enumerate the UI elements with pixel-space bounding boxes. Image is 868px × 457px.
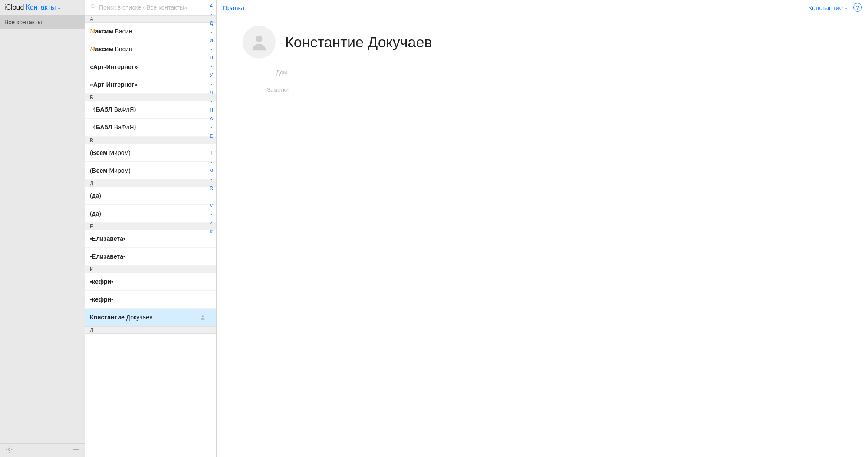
contact-list-pane: АМаксим ВасинМаксим Васин«Арт-Интернет»«…	[85, 0, 217, 457]
alpha-index-letter[interactable]: E	[210, 132, 213, 141]
contact-name-label: (Всем Миром)	[90, 167, 131, 174]
contact-row[interactable]: •кефри•	[85, 273, 216, 291]
svg-point-0	[8, 448, 10, 450]
field-notes: Заметки	[243, 84, 842, 95]
contact-row[interactable]: (да)	[85, 187, 216, 205]
alpha-index-letter[interactable]: Ч	[210, 89, 213, 97]
alpha-index-letter[interactable]: П	[210, 54, 213, 62]
alpha-index-letter[interactable]: •	[211, 28, 212, 36]
app-switcher-dropdown[interactable]: Контакты ⌄	[26, 3, 61, 11]
section-header: Л	[85, 326, 216, 334]
edit-button[interactable]: Правка	[223, 4, 245, 11]
contact-name-label: 《БАбЛ ВаФлЯ》	[90, 106, 140, 114]
alpha-index-letter[interactable]: •	[211, 193, 212, 201]
contact-name-label: Константие Докучаев	[90, 314, 153, 321]
contact-row[interactable]: Максим Васин	[85, 40, 216, 58]
contact-card: Константие Докучаев Дом. Заметки	[217, 15, 868, 106]
avatar-placeholder-icon	[249, 32, 269, 52]
silhouette-icon	[200, 314, 206, 320]
contact-row[interactable]: •кефри•	[85, 291, 216, 309]
alpha-index-letter[interactable]: •	[211, 62, 212, 71]
field-home-value	[296, 69, 842, 76]
alpha-index-letter[interactable]: И	[210, 36, 213, 45]
alpha-index-letter[interactable]: •	[211, 97, 212, 106]
alpha-index-letter[interactable]: I	[211, 149, 212, 158]
alpha-index-letter[interactable]: Я	[210, 106, 213, 115]
search-row	[85, 0, 216, 15]
alpha-index-letter[interactable]: #	[210, 227, 213, 236]
contact-row[interactable]: (Всем Миром)	[85, 162, 216, 180]
contact-row[interactable]: •Елизавета•	[85, 230, 216, 248]
alpha-index-letter[interactable]: V	[210, 201, 213, 210]
alpha-index-letter[interactable]: Д	[210, 19, 213, 28]
section-header: В	[85, 137, 216, 144]
contact-row[interactable]: Максим Васин	[85, 23, 216, 40]
alpha-index-letter[interactable]: •	[211, 158, 212, 167]
contact-name-label: •Елизавета•	[90, 235, 125, 242]
alpha-index-letter[interactable]: •	[211, 10, 212, 19]
sidebar-spacer	[0, 29, 85, 443]
card-header: Константие Докучаев	[243, 26, 842, 59]
user-menu-dropdown[interactable]: Константие ⌄	[808, 4, 848, 11]
contact-name-label: (да)	[90, 210, 101, 217]
alpha-index-letter[interactable]: R	[210, 184, 213, 193]
search-input[interactable]	[99, 4, 212, 11]
contact-name-label: «Арт-Интернет»	[90, 63, 138, 70]
section-header: Е	[85, 223, 216, 230]
alpha-index-letter[interactable]: •	[211, 141, 212, 149]
icloud-brand: iCloud	[4, 3, 24, 11]
contact-full-name: Константие Докучаев	[285, 34, 432, 51]
section-header: Б	[85, 94, 216, 101]
contact-row[interactable]: 《БАбЛ ВаФлЯ》	[85, 119, 216, 137]
chevron-down-icon: ⌄	[845, 5, 848, 10]
alpha-index-letter[interactable]: •	[211, 175, 212, 184]
field-notes-value	[296, 86, 842, 93]
add-contact-button[interactable]	[72, 446, 80, 455]
alpha-index-letter[interactable]: M	[210, 167, 213, 175]
contact-row[interactable]: «Арт-Интернет»	[85, 58, 216, 76]
contact-name-label: Максим Васин	[90, 28, 132, 35]
alpha-index-letter[interactable]: •	[211, 45, 212, 54]
sidebar-group-label: Все контакты	[4, 19, 42, 26]
detail-pane: Правка Константие ⌄ ? Константие Докучае…	[217, 0, 868, 457]
contact-row[interactable]: (Всем Миром)	[85, 144, 216, 162]
app-switcher-label: Контакты	[26, 3, 56, 11]
chevron-down-icon: ⌄	[57, 5, 61, 10]
contact-name-label: «Арт-Интернет»	[90, 81, 138, 88]
alpha-index-letter[interactable]: •	[211, 80, 212, 89]
search-icon	[90, 3, 96, 12]
contact-row[interactable]: «Арт-Интернет»	[85, 76, 216, 94]
contact-row[interactable]: •Елизавета•	[85, 248, 216, 266]
alpha-index-letter[interactable]: •	[211, 210, 212, 219]
sidebar-header: iCloud Контакты ⌄	[0, 0, 85, 15]
alpha-index-letter[interactable]: •	[211, 123, 212, 132]
alpha-index-letter[interactable]: У	[210, 71, 213, 80]
user-menu-label: Константие	[808, 4, 843, 11]
alpha-index-letter[interactable]: А	[210, 2, 213, 10]
contact-scroll[interactable]: АМаксим ВасинМаксим Васин«Арт-Интернет»«…	[85, 15, 216, 457]
contact-name-label: Максим Васин	[90, 46, 132, 53]
alpha-index-letter[interactable]: Z	[210, 219, 213, 227]
field-notes-label: Заметки	[243, 86, 296, 93]
sidebar: iCloud Контакты ⌄ Все контакты	[0, 0, 85, 457]
contact-row[interactable]: 《БАбЛ ВаФлЯ》	[85, 101, 216, 119]
contact-name-label: •кефри•	[90, 296, 113, 303]
contact-name-label: •кефри•	[90, 278, 113, 285]
svg-point-2	[202, 315, 204, 317]
svg-point-1	[91, 4, 95, 8]
sidebar-footer	[0, 443, 85, 457]
alpha-index[interactable]: А•Д•И•П•У•Ч•ЯA•E•I•M•R•V•Z#	[208, 2, 214, 455]
alpha-index-letter[interactable]: A	[210, 115, 213, 123]
contact-row[interactable]: Константие Докучаев	[85, 309, 216, 326]
contact-name-label: (да)	[90, 192, 101, 199]
contact-row[interactable]: (да)	[85, 205, 216, 223]
section-header: Д	[85, 180, 216, 187]
settings-button[interactable]	[5, 446, 13, 455]
sidebar-group-all-contacts[interactable]: Все контакты	[0, 15, 85, 29]
avatar[interactable]	[243, 26, 276, 59]
contact-name-label: (Всем Миром)	[90, 149, 131, 156]
help-button[interactable]: ?	[853, 3, 862, 12]
field-home-label: Дом.	[243, 69, 296, 76]
svg-point-3	[256, 36, 262, 42]
contact-name-label: 《БАбЛ ВаФлЯ》	[90, 124, 140, 132]
